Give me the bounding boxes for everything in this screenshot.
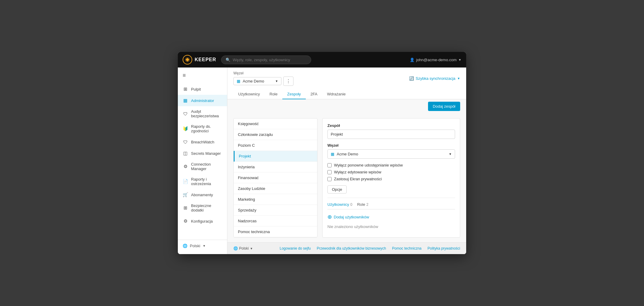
tab-wdrazanie[interactable]: Wdrażanie	[322, 89, 351, 99]
sidebar-label-raporty: Raporty i ostrzeżenia	[191, 177, 222, 186]
node-detail-icon: ▦	[331, 152, 334, 156]
sidebar-item-bezpieczne[interactable]: ⊞ Bezpieczne dodatki	[178, 200, 227, 215]
ur-tab-users[interactable]: Użytkownicy 0	[327, 202, 352, 207]
sidebar-label-audyt: Audyt bezpieczeństwa	[191, 109, 222, 118]
teams-panel: Księgowość Członkowie zarządu Poziom C P…	[233, 118, 317, 238]
node-section: Węzeł ▦ Acme Demo ▼ ⋮	[233, 71, 293, 86]
app-window: KEEPER 🔍 👤 john@acme-demo.com ▼ ≡ ⊞ Pulp…	[178, 52, 466, 254]
opcje-button[interactable]: Opcje	[327, 185, 347, 194]
ur-users-label: Użytkownicy	[327, 202, 349, 207]
team-item-nadzorcas[interactable]: Nadzorcas	[234, 216, 317, 226]
checkbox-editing[interactable]	[327, 170, 332, 174]
node-select-text: Acme Demo	[243, 79, 273, 83]
sidebar-item-raporty-zgodnosc[interactable]: 🔰 Raporty ds. zgodności	[178, 121, 227, 136]
footer-lang-caret: ▼	[250, 247, 253, 250]
language-selector[interactable]: 🌐 Polski ▼	[178, 240, 227, 252]
ur-roles-label: Role	[357, 202, 365, 207]
sidebar-item-secrets[interactable]: ◫ Secrets Manager	[178, 148, 227, 159]
node-more-button[interactable]: ⋮	[283, 76, 293, 86]
checkbox-privacy[interactable]	[327, 177, 332, 181]
sidebar-item-abonamenty[interactable]: 🛒 Abonamenty	[178, 189, 227, 200]
checkboxes-section: Wyłącz ponowne udostępnianie wpisów Wyłą…	[327, 163, 455, 181]
footer-link-logowanie[interactable]: Logowanie do sejfu	[280, 246, 311, 250]
footer-links: Logowanie do sejfu Przewodnik dla użytko…	[280, 246, 460, 250]
add-users-link[interactable]: ⊕ Dodaj użytkowników	[327, 214, 455, 220]
footer-lang-label: Polski	[239, 246, 249, 250]
shield-check-icon: 🔰	[183, 126, 188, 131]
sidebar-item-pulpit[interactable]: ⊞ Pulpit	[178, 83, 227, 95]
footer-link-przewodnik[interactable]: Przewodnik dla użytkowników biznesowych	[317, 246, 386, 250]
grid-extra-icon: ⊞	[183, 205, 188, 211]
sidebar-item-konfiguracja[interactable]: ⚙ Konfiguracja	[178, 215, 227, 227]
tab-role[interactable]: Role	[265, 89, 282, 99]
node-detail-select[interactable]: ▦ Acme Demo ▼	[327, 149, 455, 159]
shield-x-icon: 🛡	[183, 139, 188, 145]
sidebar-label-bezpieczne: Bezpieczne dodatki	[191, 203, 222, 212]
sidebar-label-pulpit: Pulpit	[191, 87, 201, 92]
hamburger-menu[interactable]: ≡	[178, 70, 227, 83]
content-header: Węzeł ▦ Acme Demo ▼ ⋮ 🔄 Szybka sync	[227, 68, 466, 99]
main-layout: ≡ ⊞ Pulpit ▦ Administrator 🛡 Audyt bezpi…	[178, 68, 466, 254]
team-item-marketing[interactable]: Marketing	[234, 194, 317, 205]
sidebar-item-breachwatch[interactable]: 🛡 BreachWatch	[178, 136, 227, 148]
team-item-pomoc[interactable]: Pomoc techniczna	[234, 226, 317, 237]
sidebar: ≡ ⊞ Pulpit ▦ Administrator 🛡 Audyt bezpi…	[178, 68, 227, 254]
footer-link-pomoc[interactable]: Pomoc techniczna	[392, 246, 421, 250]
admin-grid-icon: ▦	[183, 98, 188, 103]
shield-icon: 🛡	[183, 111, 188, 116]
layers-icon: ◫	[183, 151, 188, 156]
team-item-sprzedazy[interactable]: Sprzedaży	[234, 205, 317, 216]
team-item-zasoby[interactable]: Zasoby Ludzkie	[234, 183, 317, 194]
checkbox-resharing[interactable]	[327, 163, 332, 167]
tabs: Użytkownicy Role Zespoły 2FA Wdrażanie	[233, 89, 460, 99]
grid-icon: ⊞	[183, 86, 188, 92]
team-name-input[interactable]	[327, 130, 455, 139]
user-email: john@acme-demo.com	[416, 58, 457, 62]
node-label: Węzeł	[233, 71, 293, 75]
team-item-projekt[interactable]: Projekt	[234, 151, 317, 162]
language-caret: ▼	[203, 244, 206, 248]
node-select[interactable]: ▦ Acme Demo ▼	[233, 77, 281, 85]
tab-zespoly[interactable]: Zespoły	[282, 89, 306, 99]
sidebar-item-raporty[interactable]: 📄 Raporty i ostrzeżenia	[178, 174, 227, 189]
footer-link-polityka[interactable]: Polityka prywatności	[427, 246, 460, 250]
checkbox-row-1: Wyłącz ponowne udostępnianie wpisów	[327, 163, 455, 167]
node-detail-value: Acme Demo	[337, 152, 446, 156]
users-roles-tabs: Użytkownicy 0 Role 2	[327, 202, 455, 209]
gear-icon: ⚙	[183, 218, 188, 224]
logo-text: KEEPER	[195, 57, 216, 62]
sidebar-item-audyt[interactable]: 🛡 Audyt bezpieczeństwa	[178, 106, 227, 121]
sync-label: Szybka synchronizacja	[416, 76, 455, 81]
sidebar-item-administrator[interactable]: ▦ Administrator	[178, 95, 227, 106]
sync-caret: ▼	[457, 77, 460, 80]
tab-uzytkownicy[interactable]: Użytkownicy	[233, 89, 265, 99]
add-team-button[interactable]: Dodaj zespół	[428, 102, 460, 111]
checkbox-resharing-label: Wyłącz ponowne udostępnianie wpisów	[334, 163, 403, 167]
checkbox-privacy-label: Zastosuj Ekran prywatności	[334, 177, 382, 181]
team-item-poziom-c[interactable]: Poziom C	[234, 140, 317, 151]
tab-2fa[interactable]: 2FA	[306, 89, 322, 99]
checkbox-row-2: Wyłącz edytowanie wpisów	[327, 170, 455, 174]
ur-tab-roles[interactable]: Role 2	[357, 202, 368, 207]
team-item-inzynieria[interactable]: Inżynieria	[234, 162, 317, 172]
search-input[interactable]	[233, 58, 307, 62]
sync-button[interactable]: 🔄 Szybka synchronizacja ▼	[409, 76, 460, 81]
team-item-ksiegowosc[interactable]: Księgowość	[234, 118, 317, 129]
user-menu[interactable]: 👤 john@acme-demo.com ▼	[410, 58, 462, 62]
sidebar-item-connection[interactable]: ⚙ Connection Manager	[178, 159, 227, 174]
sidebar-label-breachwatch: BreachWatch	[191, 140, 214, 144]
language-footer[interactable]: 🌐 Polski ▼	[233, 246, 253, 250]
search-bar[interactable]: 🔍	[221, 56, 311, 64]
team-item-finansowac[interactable]: Finansować	[234, 172, 317, 183]
gear-circle-icon: ⚙	[183, 164, 188, 169]
user-avatar-icon: 👤	[410, 58, 415, 62]
sidebar-label-connection: Connection Manager	[191, 162, 222, 171]
user-menu-caret: ▼	[458, 58, 461, 62]
header-actions: Dodaj zespół	[227, 99, 466, 113]
node-detail-caret: ▼	[449, 152, 452, 156]
checkbox-editing-label: Wyłącz edytowanie wpisów	[334, 170, 381, 174]
ur-roles-count: 2	[366, 202, 369, 207]
team-item-czlonkowie[interactable]: Członkowie zarządu	[234, 129, 317, 140]
sidebar-label-secrets: Secrets Manager	[191, 151, 221, 156]
topbar: KEEPER 🔍 👤 john@acme-demo.com ▼	[178, 52, 466, 68]
